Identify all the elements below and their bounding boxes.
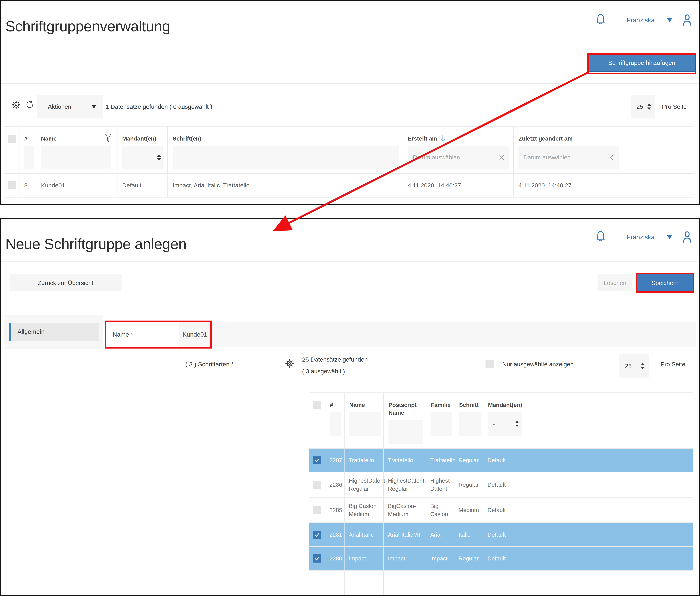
gear-icon[interactable]	[285, 359, 294, 368]
fonts-records-line2: ( 3 ausgewählt )	[302, 368, 345, 375]
user-name[interactable]: Franziska	[627, 16, 655, 24]
add-schriftgruppe-button[interactable]: Schriftgruppe hinzufügen	[589, 55, 695, 72]
column-header-name[interactable]: Name	[36, 127, 118, 173]
schriftgruppen-table: # Name Mandant(en) -	[4, 126, 694, 198]
column-header-mandant[interactable]: Mandant(en) -	[483, 393, 693, 448]
checked-checkbox[interactable]	[313, 554, 321, 563]
column-header-schnitt[interactable]: Schnitt	[454, 393, 483, 448]
schnitt-filter-input[interactable]	[459, 412, 481, 436]
font-row[interactable]: 2287TrattatelloTrattatelloTrattatelloReg…	[309, 449, 693, 472]
column-header-name[interactable]: Name	[345, 393, 384, 448]
column-header-geaendert[interactable]: Zuletzt geändert am Datum auswählen	[514, 127, 694, 173]
page-size-select[interactable]: 25	[619, 354, 649, 378]
schrift-filter-input[interactable]	[173, 146, 399, 170]
cell-mandant: Default	[483, 498, 693, 522]
cell-mandant: Default	[483, 547, 693, 570]
x-icon[interactable]	[607, 153, 615, 162]
chevron-down-icon	[92, 105, 96, 108]
person-icon[interactable]	[680, 13, 694, 27]
row-checkbox-cell	[309, 523, 325, 546]
up-down-arrows-icon	[647, 103, 651, 111]
chevron-down-icon[interactable]	[667, 235, 672, 239]
column-header-mandant[interactable]: Mandant(en) -	[118, 127, 168, 173]
table-row[interactable]: 8 Kunde01 Default Impact, Arial Italic, …	[4, 174, 694, 197]
person-icon[interactable]	[680, 230, 694, 244]
font-row[interactable]: 2286HighestDafont-RegularHighestDafont-R…	[309, 472, 693, 498]
cell-name: Arial Italic	[345, 523, 384, 546]
checked-checkbox[interactable]	[313, 456, 321, 464]
screenshot-root: Schriftgruppenverwaltung Franziska Schri…	[0, 0, 700, 596]
divider	[1, 44, 699, 44]
modified-date-filter[interactable]: Datum auswählen	[519, 146, 619, 170]
cell-schnitt: Regular	[454, 449, 483, 472]
cell-created: 4.11.2020, 14:40:27	[403, 174, 514, 197]
select-all-checkbox[interactable]	[8, 135, 16, 143]
only-selected-checkbox[interactable]	[485, 360, 494, 368]
divider	[1, 83, 699, 83]
id-filter-input[interactable]	[330, 412, 341, 436]
checked-checkbox[interactable]	[313, 530, 321, 539]
only-selected-label: Nur ausgewählte anzeigen	[502, 361, 574, 368]
mandant-filter-select[interactable]: -	[488, 412, 522, 436]
created-date-filter[interactable]: Datum auswählen	[408, 146, 509, 170]
cell-mandant: Default	[483, 523, 693, 546]
cell-id: 8	[20, 174, 36, 197]
fonts-records-line1: 25 Datensätze gefunden	[302, 356, 368, 363]
cell-postscript: HighestDafont-Regular	[384, 472, 426, 497]
aktionen-dropdown[interactable]: Aktionen	[37, 95, 103, 119]
font-row[interactable]: 2281Arial ItalicArial-ItalicMTArialItali…	[309, 523, 693, 547]
row-checkbox[interactable]	[8, 181, 16, 189]
font-row[interactable]: 2280ImpactImpactImpactRegularDefault	[309, 547, 693, 571]
user-name[interactable]: Franziska	[627, 233, 655, 241]
up-down-arrows-icon	[515, 420, 519, 428]
name-filter-input[interactable]	[349, 412, 381, 436]
gear-icon[interactable]	[11, 100, 21, 109]
column-header-schrift[interactable]: Schrift(en)	[168, 127, 403, 173]
form-sidebar: Allgemein	[4, 315, 103, 349]
column-header-id[interactable]: #	[325, 393, 345, 448]
column-header-familie[interactable]: Familie	[426, 393, 454, 448]
records-summary: 1 Datensätze gefunden ( 0 ausgewählt )	[105, 103, 212, 110]
page-title: Neue Schriftgruppe anlegen	[5, 236, 186, 253]
blue-down-arrow-icon	[440, 135, 446, 142]
name-field-value[interactable]: Kunde01	[182, 322, 207, 347]
row-checkbox-cell	[309, 547, 325, 570]
name-filter-input[interactable]	[41, 146, 111, 170]
familie-filter-input[interactable]	[431, 412, 452, 436]
delete-button[interactable]: Löschen	[598, 274, 632, 291]
cell-mandant: Default	[483, 472, 693, 497]
bell-icon[interactable]	[595, 230, 606, 244]
per-page-label: Pro Seite	[660, 361, 685, 368]
id-filter-input[interactable]	[24, 146, 34, 170]
cell-familie: Highest Dafont	[426, 472, 454, 497]
row-checkbox[interactable]	[313, 506, 321, 514]
refresh-icon[interactable]	[25, 100, 34, 109]
page-title: Schriftgruppenverwaltung	[5, 18, 170, 35]
cell-familie: Impact	[426, 547, 454, 570]
cell-name: Impact	[345, 547, 384, 570]
cell-familie: Trattatello	[426, 449, 454, 472]
chevron-down-icon[interactable]	[667, 18, 672, 22]
select-all-checkbox[interactable]	[313, 401, 321, 409]
column-header-erstellt[interactable]: Erstellt am Datum auswählen	[403, 127, 514, 173]
row-checkbox[interactable]	[313, 481, 321, 489]
funnel-icon[interactable]	[104, 133, 112, 143]
save-button[interactable]: Speichern	[637, 274, 693, 291]
column-header-id[interactable]: #	[20, 127, 36, 173]
user-bar: Franziska	[595, 229, 694, 245]
cell-schnitt: Italic	[454, 523, 483, 546]
page-size-select[interactable]: 25	[631, 95, 655, 119]
cell-schnitt: Regular	[454, 472, 483, 497]
postscript-filter-input[interactable]	[389, 420, 423, 444]
fonts-table-body: 2287TrattatelloTrattatelloTrattatelloReg…	[309, 449, 693, 571]
cell-postscript: Impact	[384, 547, 426, 570]
column-header-postscript[interactable]: Postscript Name	[384, 393, 426, 448]
cell-modified: 4.11.2020, 14:40:27	[514, 174, 694, 197]
back-to-overview-button[interactable]: Zurück zur Übersicht	[9, 274, 122, 291]
table-row-partial	[309, 571, 693, 595]
sidebar-item-allgemein[interactable]: Allgemein	[9, 323, 99, 341]
font-row[interactable]: 2285Big Caslon MediumBigCaslon-MediumBig…	[309, 498, 693, 523]
mandant-filter-select[interactable]: -	[122, 146, 164, 170]
bell-icon[interactable]	[595, 13, 606, 27]
x-icon[interactable]	[497, 153, 506, 162]
